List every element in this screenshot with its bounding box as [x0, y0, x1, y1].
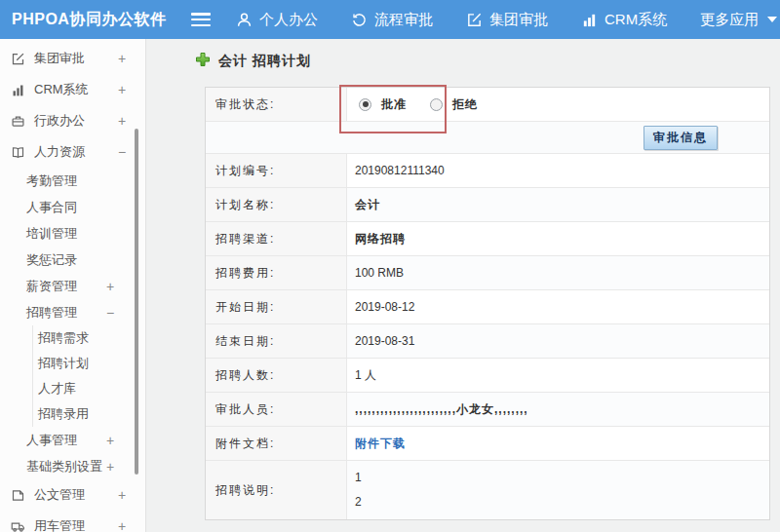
sidebar-item-label: 行政办公 [34, 112, 85, 130]
description-line: 2 [355, 490, 362, 514]
field-value: ,,,,,,,,,,,,,,,,,,,,,,,,小龙女,,,,,,,, [347, 393, 769, 426]
sidebar-item-label: 招聘管理 [26, 304, 77, 322]
sidebar-item-label: 考勤管理 [26, 172, 77, 190]
sidebar-item-rewards-records[interactable]: 奖惩记录 [0, 247, 145, 273]
recruit-cost-row: 招聘费用: 100 RMB [206, 256, 769, 290]
sidebar-item-label: 人事管理 [26, 432, 77, 449]
field-label: 招聘费用: [206, 256, 347, 289]
sidebar-item-group-approval[interactable]: 集团审批 + [0, 43, 145, 74]
user-icon [236, 12, 253, 28]
sidebar-item-salary-mgmt[interactable]: 薪资管理 + [0, 273, 145, 299]
sidebar: 集团审批 + CRM系统 + 行政办公 + 人力资源 − 考勤管理 人事合同 [0, 39, 146, 532]
recruit-plan-form: 审批状态: 批准 拒绝 审批信息 计划编号: 20190812111340 计划… [205, 87, 770, 520]
briefcase-icon [10, 114, 25, 129]
plan-name-row: 计划名称: 会计 [206, 188, 769, 222]
expand-toggle[interactable]: + [115, 487, 129, 503]
expand-toggle[interactable]: + [103, 459, 117, 475]
sidebar-item-base-category-settings[interactable]: 基础类别设置 + [0, 453, 145, 479]
sidebar-item-label: 招聘计划 [38, 355, 89, 372]
sidebar-item-admin-office[interactable]: 行政办公 + [0, 105, 145, 136]
nav-more-apps[interactable]: 更多应用 [700, 11, 777, 29]
field-value: 附件下载 [347, 427, 769, 460]
sidebar-item-recruit-plan[interactable]: 招聘计划 [32, 351, 145, 376]
green-plus-icon [195, 52, 211, 71]
field-value: 会计 [347, 188, 769, 221]
expand-toggle[interactable]: + [115, 113, 129, 129]
sidebar-item-label: 招聘录用 [38, 405, 89, 423]
approve-radio-label[interactable]: 批准 [381, 96, 407, 113]
attachment-row: 附件文档: 附件下载 [206, 427, 769, 461]
nav-group-approval[interactable]: 集团审批 [466, 11, 548, 29]
field-label: 结束日期: [206, 324, 347, 358]
edit-square-icon [466, 12, 483, 28]
recruit-channel-row: 招聘渠道: 网络招聘 [206, 222, 769, 256]
sidebar-item-training[interactable]: 培训管理 [0, 220, 145, 247]
sidebar-item-label: 培训管理 [26, 225, 77, 243]
expand-toggle[interactable]: + [115, 82, 129, 97]
start-date-row: 开始日期: 2019-08-12 [206, 290, 769, 324]
sidebar-item-hr[interactable]: 人力资源 − [0, 136, 145, 168]
approvers-row: 审批人员: ,,,,,,,,,,,,,,,,,,,,,,,,小龙女,,,,,,,… [206, 393, 769, 427]
field-value: 1 2 [347, 461, 769, 519]
field-value: 网络招聘 [347, 222, 769, 255]
sidebar-item-document-mgmt[interactable]: 公文管理 + [0, 479, 145, 511]
hamburger-menu-icon[interactable] [191, 13, 211, 26]
page-title: 会计 招聘计划 [218, 53, 311, 70]
attachment-download-link[interactable]: 附件下载 [355, 436, 406, 452]
collapse-toggle[interactable]: − [115, 144, 129, 160]
sidebar-item-label: CRM系统 [34, 81, 89, 98]
edit-square-icon [10, 52, 25, 66]
field-label: 审批状态: [206, 88, 347, 121]
approval-status-row: 审批状态: 批准 拒绝 [206, 88, 769, 122]
sidebar-item-label: 人才库 [38, 380, 76, 398]
sidebar-item-hr-contract[interactable]: 人事合同 [0, 194, 145, 220]
sidebar-scrollbar[interactable] [135, 129, 138, 475]
field-value: 2019-08-12 [347, 290, 769, 323]
nav-label: 更多应用 [700, 11, 759, 29]
approve-radio[interactable] [359, 98, 371, 111]
field-label: 招聘人数: [206, 359, 347, 392]
nav-workflow-approval[interactable]: 流程审批 [351, 11, 433, 29]
sidebar-item-attendance[interactable]: 考勤管理 [0, 168, 145, 194]
sidebar-item-label: 人力资源 [34, 143, 85, 161]
field-label: 招聘说明: [206, 461, 347, 519]
app-logo: PHPOA协同办公软件 [0, 10, 191, 30]
expand-toggle[interactable]: + [103, 433, 117, 448]
expand-toggle[interactable]: + [103, 279, 117, 294]
sidebar-item-label: 招聘需求 [38, 329, 89, 347]
sidebar-item-crm[interactable]: CRM系统 + [0, 74, 145, 105]
sidebar-item-label: 用车管理 [34, 517, 85, 532]
field-label: 开始日期: [206, 290, 347, 323]
field-label: 计划编号: [206, 154, 347, 187]
field-value: 20190812111340 [347, 154, 769, 187]
field-label: 附件文档: [206, 427, 347, 460]
nav-personal-office[interactable]: 个人办公 [236, 11, 318, 29]
bar-chart-icon [10, 83, 25, 97]
page-title-row: 会计 招聘计划 [195, 52, 770, 71]
field-value: 100 RMB [347, 256, 769, 289]
reject-radio-label[interactable]: 拒绝 [452, 96, 478, 113]
truck-icon [10, 519, 25, 532]
reject-radio[interactable] [430, 98, 443, 111]
sidebar-item-label: 集团审批 [34, 50, 85, 67]
sidebar-item-recruit-mgmt[interactable]: 招聘管理 − [0, 299, 145, 325]
sidebar-item-recruit-demand[interactable]: 招聘需求 [32, 325, 145, 351]
sidebar-item-talent-pool[interactable]: 人才库 [32, 376, 145, 401]
field-label: 计划名称: [206, 188, 347, 221]
collapse-toggle[interactable]: − [103, 305, 117, 321]
sidebar-item-label: 薪资管理 [26, 278, 77, 295]
nav-crm-system[interactable]: CRM系统 [581, 11, 667, 29]
sidebar-item-personnel-mgmt[interactable]: 人事管理 + [0, 427, 145, 453]
end-date-row: 结束日期: 2019-08-31 [206, 324, 769, 359]
sidebar-item-recruit-hire[interactable]: 招聘录用 [32, 401, 145, 427]
expand-toggle[interactable]: + [115, 51, 129, 66]
top-header-bar: PHPOA协同办公软件 个人办公 流程审批 [0, 0, 780, 39]
expand-toggle[interactable]: + [115, 518, 129, 532]
recruit-description-row: 招聘说明: 1 2 [206, 461, 769, 519]
sidebar-item-label: 公文管理 [34, 486, 85, 504]
main-content: 会计 招聘计划 审批状态: 批准 拒绝 审批信息 计划编号: 201908121… [146, 39, 780, 532]
approval-info-button[interactable]: 审批信息 [644, 126, 718, 150]
sidebar-item-label: 奖惩记录 [26, 251, 77, 269]
field-value: 2019-08-31 [347, 324, 769, 358]
sidebar-item-vehicle-mgmt[interactable]: 用车管理 + [0, 511, 145, 532]
